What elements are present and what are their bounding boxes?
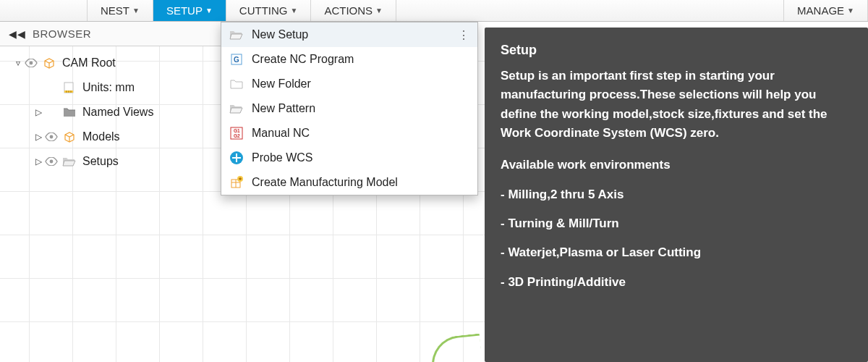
toolbar-spacer — [396, 0, 783, 21]
probe-icon — [229, 151, 244, 165]
folder-open-icon — [61, 156, 78, 167]
tree-node-cam-root[interactable]: ▿ CAM Root — [0, 51, 221, 75]
menu-item-manual-nc[interactable]: G1G2 Manual NC — [221, 121, 477, 146]
browser-tree: ▿ CAM Root Units: mm ▷ Named Views ▷ Mod… — [0, 46, 221, 178]
expander-icon[interactable]: ▷ — [32, 132, 45, 142]
menu-label: New Pattern — [252, 102, 315, 115]
menu-label: New Setup — [252, 28, 308, 41]
menu-item-new-folder[interactable]: New Folder — [221, 72, 477, 96]
tree-label: Units: mm — [78, 81, 135, 94]
expander-icon[interactable]: ▷ — [32, 107, 45, 117]
setup-dropdown-menu: New Setup ⋮ G Create NC Program New Fold… — [221, 22, 478, 195]
tooltip-item: - Milling,2 thru 5 Axis — [501, 185, 852, 204]
tooltip-item: - Turning & Mill/Turn — [501, 214, 852, 233]
expander-icon[interactable]: ▷ — [32, 156, 45, 167]
tree-node-named-views[interactable]: ▷ Named Views — [0, 100, 221, 125]
expander-icon[interactable]: ▿ — [12, 58, 25, 68]
collapse-icon[interactable]: ◀◀ — [9, 28, 25, 40]
help-tooltip: Setup Setup is an important first step i… — [485, 28, 868, 362]
svg-text:G: G — [234, 56, 239, 64]
folder-icon — [229, 78, 244, 90]
menu-item-create-manufacturing-model[interactable]: Create Manufacturing Model — [221, 170, 477, 195]
visibility-icon[interactable] — [25, 59, 41, 67]
chevron-down-icon: ▼ — [375, 7, 383, 14]
tab-cutting[interactable]: CUTTING▼ — [226, 0, 312, 21]
menu-item-create-nc-program[interactable]: G Create NC Program — [221, 47, 477, 72]
chevron-down-icon: ▼ — [132, 7, 140, 14]
visibility-icon[interactable] — [45, 132, 61, 141]
toolbar-spacer — [0, 0, 87, 21]
tooltip-item: - Waterjet,Plasma or Laser Cutting — [501, 243, 852, 262]
menu-item-new-setup[interactable]: New Setup ⋮ — [221, 22, 477, 47]
tree-node-units[interactable]: Units: mm — [0, 75, 221, 100]
component-icon — [41, 56, 58, 70]
tree-label: Setups — [78, 155, 119, 168]
menu-label: Create Manufacturing Model — [252, 176, 398, 189]
mfg-model-icon — [229, 175, 244, 190]
tree-node-setups[interactable]: ▷ Setups — [0, 149, 221, 174]
tab-setup[interactable]: SETUP▼ — [153, 0, 226, 21]
folder-open-icon — [229, 29, 244, 41]
tooltip-body: Setup is an important first step in star… — [501, 67, 852, 143]
svg-text:G1: G1 — [234, 128, 240, 133]
browser-header[interactable]: ◀◀ BROWSER — [0, 22, 221, 46]
chevron-down-icon: ▼ — [847, 7, 854, 14]
visibility-icon[interactable] — [45, 157, 61, 166]
component-icon — [61, 130, 78, 143]
menu-label: Manual NC — [252, 127, 310, 140]
ruler-icon — [61, 81, 78, 94]
tree-label: Named Views — [78, 106, 153, 119]
g1g2-icon: G1G2 — [229, 127, 244, 140]
tree-label: CAM Root — [58, 56, 116, 70]
folder-open-icon — [229, 103, 244, 114]
tooltip-item: - 3D Printing/Additive — [501, 273, 852, 292]
nc-g-icon: G — [229, 53, 244, 66]
sketch-stroke — [429, 333, 482, 362]
chevron-down-icon: ▼ — [291, 7, 298, 14]
folder-icon — [61, 106, 78, 118]
svg-point-4 — [50, 160, 54, 164]
svg-text:G2: G2 — [234, 133, 240, 138]
tree-label: Models — [78, 130, 120, 143]
menu-label: Create NC Program — [252, 53, 354, 66]
svg-point-3 — [50, 135, 54, 139]
tab-manage[interactable]: MANAGE▼ — [783, 0, 868, 21]
browser-title: BROWSER — [33, 28, 91, 40]
browser-panel: ◀◀ BROWSER ▿ CAM Root Units: mm ▷ Named … — [0, 22, 221, 178]
menu-label: New Folder — [252, 77, 311, 90]
tooltip-subheading: Available work environments — [501, 156, 852, 174]
menu-item-new-pattern[interactable]: New Pattern — [221, 96, 477, 121]
more-icon[interactable]: ⋮ — [458, 28, 470, 42]
menu-item-probe-wcs[interactable]: Probe WCS — [221, 146, 477, 170]
tooltip-title: Setup — [501, 41, 852, 61]
tree-node-models[interactable]: ▷ Models — [0, 125, 221, 149]
menu-label: Probe WCS — [252, 151, 312, 164]
chevron-down-icon: ▼ — [205, 7, 213, 14]
tab-nest[interactable]: NEST▼ — [87, 0, 153, 21]
main-toolbar: NEST▼ SETUP▼ CUTTING▼ ACTIONS▼ MANAGE▼ — [0, 0, 868, 22]
tab-actions[interactable]: ACTIONS▼ — [311, 0, 396, 21]
svg-point-0 — [30, 62, 33, 65]
